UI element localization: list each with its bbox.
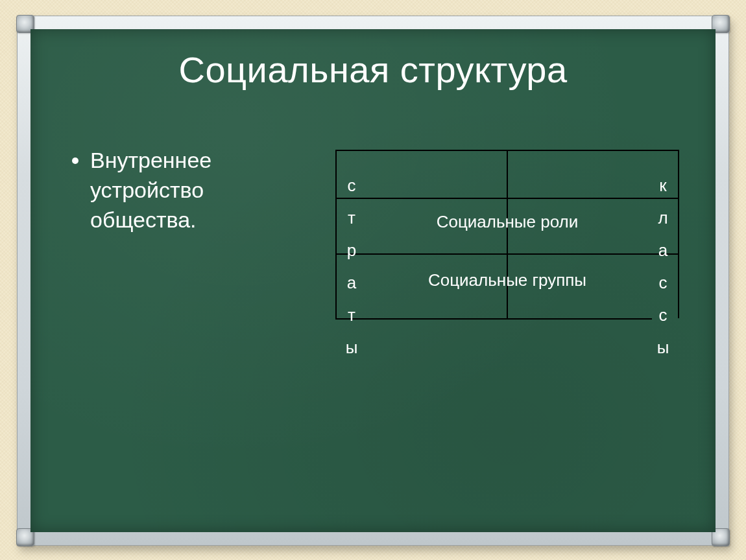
vertical-letter: с [647, 299, 679, 331]
vertical-letter: л [647, 202, 679, 234]
bullet-list: Внутреннее устройство общества. [72, 146, 306, 235]
vertical-letter: р [335, 234, 368, 266]
table-left-vertical-word: страты [335, 169, 368, 364]
vertical-letter: а [647, 234, 679, 266]
bullet-text: Внутреннее устройство общества. [90, 146, 306, 235]
table-line [335, 318, 652, 320]
table-row-label-roles: Социальные роли [368, 212, 647, 232]
vertical-letter: а [335, 266, 368, 299]
slide-title: Социальная структура [30, 49, 716, 91]
board-frame: Социальная структура Внутреннее устройст… [17, 16, 729, 546]
bullet-dot-icon [72, 158, 78, 164]
table-right-vertical-word: классы [647, 169, 679, 364]
vertical-letter: т [335, 202, 368, 234]
vertical-letter: ы [335, 331, 368, 364]
chalkboard-surface: Социальная структура Внутреннее устройст… [30, 29, 716, 532]
vertical-letter: ы [647, 331, 679, 364]
vertical-letter: т [335, 299, 368, 331]
table-grid: страты классы Социальные роли Социальные… [335, 150, 679, 370]
table-line [507, 150, 508, 318]
vertical-letter: с [647, 266, 679, 299]
structure-table: страты классы Социальные роли Социальные… [335, 150, 679, 370]
vertical-letter: к [647, 169, 679, 202]
whiteboard-frame: Социальная структура Внутреннее устройст… [17, 16, 729, 546]
table-row-label-groups: Социальные группы [368, 270, 647, 290]
vertical-letter: с [335, 169, 368, 202]
bullet-item: Внутреннее устройство общества. [72, 146, 306, 235]
